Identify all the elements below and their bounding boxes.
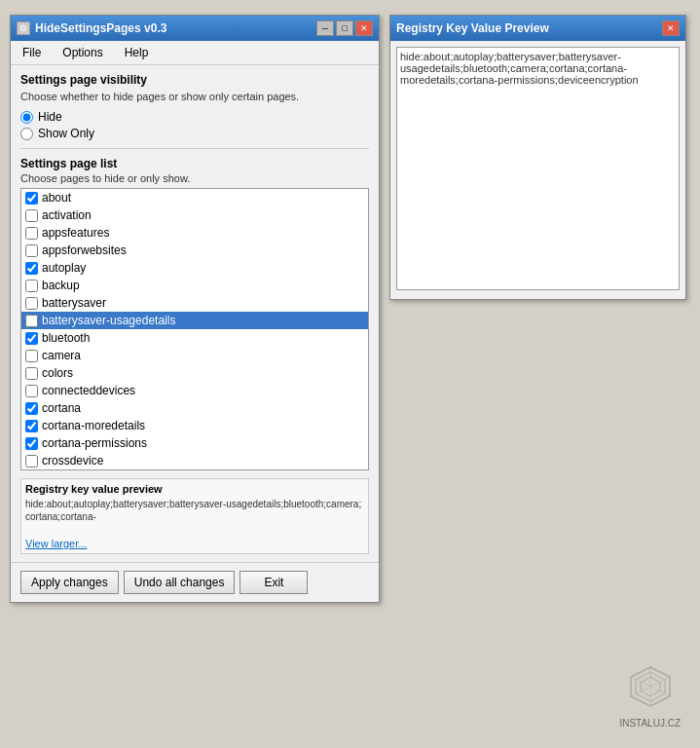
checkbox-item[interactable]: about — [21, 189, 368, 206]
checkbox-item[interactable]: appsfeatures — [21, 224, 368, 242]
menu-file[interactable]: File — [17, 44, 47, 61]
checkbox-item[interactable]: camera — [21, 347, 368, 364]
registry-window-title: Registry Key Value Preview — [396, 21, 549, 35]
radio-showonly[interactable] — [20, 128, 33, 140]
checkbox-input[interactable] — [25, 262, 38, 275]
checkbox-input[interactable] — [25, 420, 38, 432]
list-section-title: Settings page list — [20, 157, 369, 170]
menu-bar: File Options Help — [11, 41, 379, 65]
checkbox-label: bluetooth — [42, 331, 90, 345]
radio-showonly-label: Show Only — [38, 127, 94, 140]
view-larger-link[interactable]: View larger... — [25, 538, 364, 549]
checkbox-input[interactable] — [25, 297, 38, 310]
checkbox-input[interactable] — [25, 455, 38, 468]
checkbox-item[interactable]: bluetooth — [21, 329, 368, 347]
visibility-section-title: Settings page visibility — [20, 73, 369, 87]
checkbox-label: batterysaver — [42, 296, 106, 310]
checkbox-label: autoplay — [42, 261, 86, 275]
title-bar-left: ⚙ HideSettingsPages v0.3 — [17, 21, 166, 35]
checkbox-label: about — [42, 191, 71, 205]
app-icon: ⚙ — [17, 21, 30, 35]
apply-button[interactable]: Apply changes — [20, 571, 119, 594]
checkbox-input[interactable] — [25, 367, 38, 380]
checkbox-label: crossdevice — [42, 454, 103, 468]
checkbox-input[interactable] — [25, 350, 38, 362]
preview-section-title: Registry key value preview — [25, 483, 364, 495]
registry-title-bar: Registry Key Value Preview ✕ — [390, 16, 685, 41]
preview-section: Registry key value preview hide:about;au… — [20, 478, 369, 554]
checkbox-label: backup — [42, 279, 80, 292]
checkbox-input[interactable] — [25, 385, 38, 397]
logo-svg — [626, 662, 675, 711]
checkbox-input[interactable] — [25, 244, 38, 257]
checkbox-label: activation — [42, 208, 92, 222]
radio-hide-item: Hide — [20, 110, 369, 124]
checkbox-item[interactable]: datausage — [21, 469, 368, 470]
checkbox-label: cortana-permissions — [42, 436, 147, 450]
checkbox-input[interactable] — [25, 280, 38, 292]
checkbox-item[interactable]: connecteddevices — [21, 382, 368, 399]
radio-group: Hide Show Only — [20, 110, 369, 140]
checkbox-input[interactable] — [25, 227, 38, 240]
checkbox-label: appsforwebsites — [42, 243, 127, 257]
registry-window: Registry Key Value Preview ✕ — [389, 15, 686, 300]
visibility-description: Choose whether to hide pages or show onl… — [20, 91, 369, 102]
checkbox-label: appsfeatures — [42, 226, 109, 240]
checkbox-item[interactable]: batterysaver — [21, 294, 368, 312]
minimize-button[interactable]: ─ — [316, 20, 334, 36]
checkbox-item[interactable]: backup — [21, 277, 368, 294]
menu-help[interactable]: Help — [119, 44, 155, 61]
window-title: HideSettingsPages v0.3 — [35, 21, 166, 35]
checkbox-label: cortana — [42, 401, 81, 415]
title-buttons: ─ □ ✕ — [316, 20, 373, 36]
checkbox-input[interactable] — [25, 315, 38, 327]
registry-close-button[interactable]: ✕ — [662, 20, 680, 36]
exit-button[interactable]: Exit — [239, 571, 308, 594]
preview-text: hide:about;autoplay;batterysaver;battery… — [25, 498, 364, 535]
checkbox-item[interactable]: batterysaver-usagedetails — [21, 312, 368, 329]
checkbox-item[interactable]: cortana — [21, 399, 368, 417]
radio-showonly-item: Show Only — [20, 127, 369, 140]
checkbox-label: colors — [42, 366, 73, 380]
checkbox-item[interactable]: colors — [21, 364, 368, 382]
checkbox-input[interactable] — [25, 437, 38, 450]
checkbox-input[interactable] — [25, 192, 38, 205]
checkbox-item[interactable]: crossdevice — [21, 452, 368, 469]
checkbox-input[interactable] — [25, 209, 38, 222]
checkbox-label: batterysaver-usagedetails — [42, 314, 175, 327]
checkbox-input[interactable] — [25, 402, 38, 415]
checkbox-label: cortana-moredetails — [42, 419, 145, 432]
maximize-button[interactable]: □ — [336, 20, 353, 36]
menu-options[interactable]: Options — [56, 44, 108, 61]
title-bar: ⚙ HideSettingsPages v0.3 ─ □ ✕ — [11, 16, 379, 41]
registry-content — [390, 41, 685, 299]
bottom-buttons: Apply changes Undo all changes Exit — [11, 562, 379, 602]
undo-button[interactable]: Undo all changes — [124, 571, 236, 594]
checkbox-item[interactable]: cortana-moredetails — [21, 417, 368, 434]
checkbox-item[interactable]: activation — [21, 206, 368, 224]
divider — [20, 148, 369, 149]
main-content: Settings page visibility Choose whether … — [11, 65, 379, 562]
checkbox-item[interactable]: appsforwebsites — [21, 242, 368, 259]
checkbox-input[interactable] — [25, 332, 38, 345]
close-button[interactable]: ✕ — [355, 20, 373, 36]
logo-text: INSTALUJ.CZ — [619, 718, 681, 729]
checkbox-item[interactable]: cortana-permissions — [21, 434, 368, 452]
list-description: Choose pages to hide or only show. — [20, 172, 369, 184]
radio-hide-label: Hide — [38, 110, 62, 124]
radio-hide[interactable] — [20, 111, 33, 124]
logo-area: INSTALUJ.CZ — [619, 662, 681, 729]
main-window: ⚙ HideSettingsPages v0.3 ─ □ ✕ File Opti… — [10, 15, 380, 603]
checkbox-label: camera — [42, 349, 81, 362]
checkbox-list[interactable]: aboutactivationappsfeaturesappsforwebsit… — [20, 188, 369, 470]
registry-value-textarea[interactable] — [396, 47, 680, 290]
checkbox-label: connecteddevices — [42, 384, 135, 397]
checkbox-item[interactable]: autoplay — [21, 259, 368, 277]
